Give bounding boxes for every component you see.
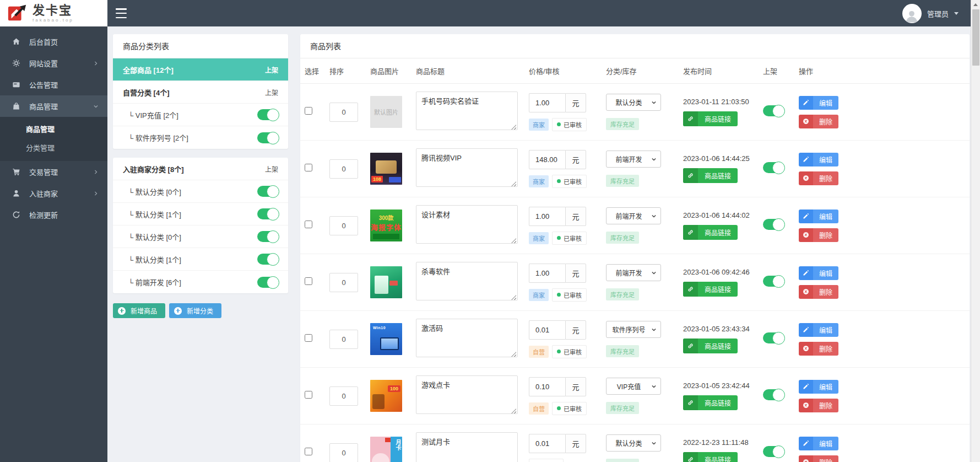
- sort-input[interactable]: [329, 330, 358, 349]
- sidebar-item-announcements[interactable]: 公告管理: [0, 74, 107, 95]
- product-title-textarea[interactable]: 设计素材: [416, 205, 518, 244]
- edit-button[interactable]: 编辑: [799, 153, 838, 166]
- delete-button[interactable]: 删除: [799, 115, 838, 128]
- category-select[interactable]: VIP充值: [606, 378, 661, 395]
- product-title-textarea[interactable]: 测试月卡: [416, 432, 518, 462]
- category-row-vip-recharge[interactable]: └ VIP充值 [2个]: [113, 104, 288, 126]
- product-title-textarea[interactable]: 激活码: [416, 319, 518, 357]
- category-select[interactable]: 前端开发: [606, 264, 661, 281]
- listed-toggle[interactable]: [763, 276, 784, 287]
- row-checkbox[interactable]: [305, 448, 312, 455]
- listed-toggle[interactable]: [763, 389, 784, 400]
- product-title-textarea[interactable]: 腾讯视频VIP: [416, 148, 518, 187]
- add-category-button[interactable]: 新增分类: [169, 303, 221, 318]
- price-input[interactable]: [529, 207, 565, 226]
- edit-button[interactable]: 编辑: [799, 96, 838, 110]
- scrollbar-up-button[interactable]: [971, 0, 980, 9]
- edit-button[interactable]: 编辑: [799, 380, 838, 394]
- category-select[interactable]: 软件序列号: [606, 321, 661, 338]
- sort-input[interactable]: [329, 159, 358, 179]
- category-toggle[interactable]: [257, 132, 278, 143]
- price-input[interactable]: [529, 320, 565, 340]
- category-group-self-operated[interactable]: 自营分类 [4个] 上架: [113, 81, 288, 104]
- shopping-bag-icon: [12, 102, 21, 111]
- category-toggle[interactable]: [257, 208, 278, 219]
- submenu-item-category-management[interactable]: 分类管理: [0, 139, 107, 158]
- category-row-all-products[interactable]: 全部商品 [12个] 上架: [113, 58, 288, 81]
- delete-button[interactable]: 删除: [799, 342, 838, 356]
- sidebar-item-site-settings[interactable]: 网站设置: [0, 52, 107, 74]
- row-checkbox[interactable]: [305, 277, 312, 285]
- category-select[interactable]: 前端开发: [606, 151, 661, 168]
- row-checkbox[interactable]: [305, 334, 312, 342]
- price-input[interactable]: [529, 150, 565, 169]
- product-link-button[interactable]: 商品链接: [683, 282, 738, 297]
- edit-button[interactable]: 编辑: [799, 209, 838, 223]
- sidebar-item-merchants[interactable]: 入驻商家: [0, 182, 107, 204]
- category-row-default-0[interactable]: └ 默认分类 [0个]: [113, 180, 288, 203]
- category-toggle[interactable]: [257, 277, 278, 288]
- category-select[interactable]: 默认分类: [606, 434, 661, 452]
- delete-button[interactable]: 删除: [799, 285, 838, 299]
- category-toggle[interactable]: [257, 109, 278, 120]
- delete-button[interactable]: 删除: [799, 171, 838, 185]
- category-row-frontend-dev[interactable]: └ 前端开发 [6个]: [113, 271, 288, 293]
- user-menu[interactable]: 管理员: [902, 3, 959, 24]
- scrollbar-thumb[interactable]: [972, 9, 979, 66]
- delete-button[interactable]: 删除: [799, 455, 838, 462]
- row-checkbox[interactable]: [305, 107, 312, 115]
- product-title-textarea[interactable]: 手机号码实名验证: [416, 92, 518, 130]
- product-link-button[interactable]: 商品链接: [683, 452, 738, 462]
- sort-input[interactable]: [329, 103, 358, 122]
- price-input[interactable]: [529, 434, 565, 453]
- price-input[interactable]: [529, 264, 565, 283]
- category-row-default-1[interactable]: └ 默认分类 [1个]: [113, 203, 288, 225]
- product-link-button[interactable]: 商品链接: [683, 339, 738, 353]
- edit-button[interactable]: 编辑: [799, 437, 838, 450]
- add-product-button[interactable]: 新增商品: [113, 303, 165, 318]
- listed-toggle[interactable]: [763, 105, 784, 116]
- sort-input[interactable]: [329, 216, 358, 235]
- category-toggle[interactable]: [257, 254, 278, 265]
- category-select[interactable]: 默认分类: [606, 94, 661, 111]
- category-row-default-2[interactable]: └ 默认分类 [0个]: [113, 225, 288, 248]
- sort-input[interactable]: [329, 386, 358, 406]
- sidebar-item-trade-management[interactable]: 交易管理: [0, 161, 107, 182]
- listed-toggle[interactable]: [763, 332, 784, 343]
- product-link-button[interactable]: 商品链接: [683, 111, 738, 126]
- edit-button[interactable]: 编辑: [799, 323, 838, 337]
- sidebar-item-check-update[interactable]: 检测更新: [0, 204, 107, 225]
- vertical-scrollbar[interactable]: [971, 0, 980, 462]
- row-checkbox[interactable]: [305, 221, 312, 228]
- price-input[interactable]: [529, 377, 565, 396]
- row-checkbox[interactable]: [305, 391, 312, 399]
- delete-button[interactable]: 删除: [799, 228, 838, 242]
- brand-logo[interactable]: 发卡宝 fakabao.top: [0, 0, 107, 26]
- price-input[interactable]: [529, 93, 565, 112]
- row-checkbox[interactable]: [305, 164, 312, 171]
- category-row-software-serial[interactable]: └ 软件序列号 [2个]: [113, 126, 288, 149]
- listed-toggle[interactable]: [763, 162, 784, 173]
- product-title-textarea[interactable]: 杀毒软件: [416, 262, 518, 300]
- product-link-button[interactable]: 商品链接: [683, 395, 738, 410]
- category-select[interactable]: 前端开发: [606, 207, 661, 224]
- listed-toggle[interactable]: [763, 446, 784, 457]
- product-title-textarea[interactable]: 游戏点卡: [416, 375, 518, 414]
- edit-button[interactable]: 编辑: [799, 266, 838, 280]
- category-group-merchant[interactable]: 入驻商家分类 [8个] 上架: [113, 158, 288, 180]
- category-toggle[interactable]: [257, 186, 278, 197]
- delete-button[interactable]: 删除: [799, 399, 838, 412]
- sort-input[interactable]: [329, 273, 358, 292]
- green-dot-icon: [557, 179, 561, 183]
- sidebar-item-product-management[interactable]: 商品管理: [0, 95, 107, 117]
- listed-toggle[interactable]: [763, 219, 784, 230]
- product-link-button[interactable]: 商品链接: [683, 225, 738, 240]
- category-toggle[interactable]: [257, 231, 278, 242]
- sort-input[interactable]: [329, 443, 358, 462]
- sidebar-item-dashboard[interactable]: 后台首页: [0, 31, 107, 52]
- submenu-item-product-management[interactable]: 商品管理: [0, 120, 107, 139]
- category-row-default-3[interactable]: └ 默认分类 [1个]: [113, 248, 288, 271]
- product-link-button[interactable]: 商品链接: [683, 168, 738, 183]
- menu-toggle-button[interactable]: [116, 8, 127, 18]
- brand-logo-icon: [7, 3, 28, 24]
